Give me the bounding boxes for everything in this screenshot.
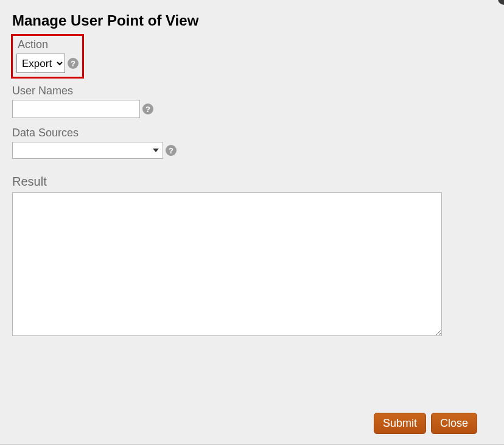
data-sources-combobox[interactable] xyxy=(12,142,163,159)
data-sources-row: ? xyxy=(12,142,504,159)
submit-button[interactable]: Submit xyxy=(374,413,426,434)
action-control-row: Export ? xyxy=(14,54,81,75)
help-icon[interactable]: ? xyxy=(166,145,177,156)
result-label: Result xyxy=(12,175,504,189)
user-names-input[interactable] xyxy=(12,100,140,118)
help-icon[interactable]: ? xyxy=(142,103,153,114)
close-button[interactable]: Close xyxy=(431,413,477,434)
user-names-group: User Names ? xyxy=(12,85,504,118)
action-select[interactable]: Export xyxy=(16,54,65,73)
action-label: Action xyxy=(18,38,81,51)
result-textarea[interactable] xyxy=(12,192,442,336)
user-names-label: User Names xyxy=(12,85,504,97)
chevron-down-icon xyxy=(153,149,159,152)
user-names-row: ? xyxy=(12,100,504,118)
corner-partial-icon xyxy=(494,0,504,7)
data-sources-label: Data Sources xyxy=(12,127,504,139)
action-highlight: Action Export ? xyxy=(11,34,84,79)
button-bar: Submit Close xyxy=(374,413,477,434)
manage-user-pov-dialog: Manage User Point of View Action Export … xyxy=(0,0,504,445)
svg-point-0 xyxy=(498,0,504,5)
help-icon[interactable]: ? xyxy=(68,58,79,69)
data-sources-group: Data Sources ? xyxy=(12,127,504,159)
dialog-title: Manage User Point of View xyxy=(12,12,504,29)
